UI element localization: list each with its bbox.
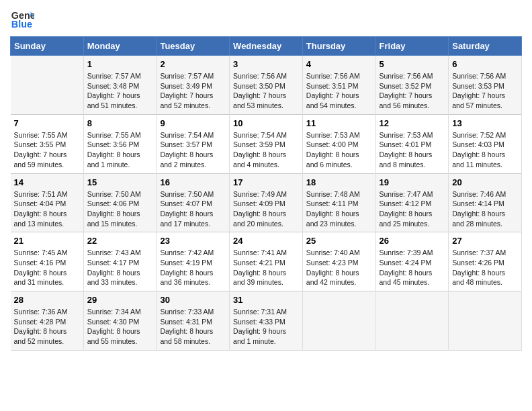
calendar-cell: 15 Sunrise: 7:50 AMSunset: 4:06 PMDaylig… xyxy=(83,173,157,232)
day-number: 26 xyxy=(380,236,445,246)
day-number: 20 xyxy=(452,177,518,187)
calendar-cell: 9 Sunrise: 7:54 AMSunset: 3:57 PMDayligh… xyxy=(157,114,230,173)
week-row-5: 28 Sunrise: 7:36 AMSunset: 4:28 PMDaylig… xyxy=(11,291,522,351)
col-header-saturday: Saturday xyxy=(449,37,522,56)
cell-info: Sunrise: 7:36 AMSunset: 4:28 PMDaylight:… xyxy=(14,307,80,347)
calendar-cell: 22 Sunrise: 7:43 AMSunset: 4:17 PMDaylig… xyxy=(83,232,157,291)
calendar-cell: 30 Sunrise: 7:33 AMSunset: 4:31 PMDaylig… xyxy=(157,291,230,351)
cell-info: Sunrise: 7:46 AMSunset: 4:14 PMDaylight:… xyxy=(452,189,518,229)
day-number: 31 xyxy=(233,295,299,305)
day-number: 13 xyxy=(452,118,518,128)
col-header-tuesday: Tuesday xyxy=(157,37,230,56)
calendar-cell: 16 Sunrise: 7:50 AMSunset: 4:07 PMDaylig… xyxy=(157,173,230,232)
calendar-cell xyxy=(375,291,449,351)
week-row-1: 1 Sunrise: 7:57 AMSunset: 3:48 PMDayligh… xyxy=(11,56,522,115)
cell-info: Sunrise: 7:56 AMSunset: 3:53 PMDaylight:… xyxy=(452,71,518,111)
calendar-cell: 7 Sunrise: 7:55 AMSunset: 3:55 PMDayligh… xyxy=(11,114,84,173)
day-number: 6 xyxy=(452,59,518,69)
page-header: General Blue xyxy=(10,7,522,31)
day-number: 2 xyxy=(160,59,226,69)
day-number: 14 xyxy=(14,177,80,187)
calendar-cell xyxy=(302,291,375,351)
calendar-cell: 5 Sunrise: 7:56 AMSunset: 3:52 PMDayligh… xyxy=(375,56,449,115)
calendar-cell: 13 Sunrise: 7:52 AMSunset: 4:03 PMDaylig… xyxy=(449,114,522,173)
calendar-cell: 21 Sunrise: 7:45 AMSunset: 4:16 PMDaylig… xyxy=(11,232,84,291)
day-number: 10 xyxy=(233,118,299,128)
day-number: 22 xyxy=(87,236,153,246)
calendar-cell: 18 Sunrise: 7:48 AMSunset: 4:11 PMDaylig… xyxy=(302,173,375,232)
cell-info: Sunrise: 7:41 AMSunset: 4:21 PMDaylight:… xyxy=(233,248,299,287)
day-number: 17 xyxy=(233,177,299,187)
cell-info: Sunrise: 7:40 AMSunset: 4:23 PMDaylight:… xyxy=(306,248,372,287)
day-number: 19 xyxy=(380,177,445,187)
calendar-cell: 3 Sunrise: 7:56 AMSunset: 3:50 PMDayligh… xyxy=(230,56,303,115)
day-number: 9 xyxy=(160,118,226,128)
cell-info: Sunrise: 7:45 AMSunset: 4:16 PMDaylight:… xyxy=(14,248,80,287)
col-header-thursday: Thursday xyxy=(302,37,375,56)
cell-info: Sunrise: 7:48 AMSunset: 4:11 PMDaylight:… xyxy=(306,189,372,229)
cell-info: Sunrise: 7:55 AMSunset: 3:55 PMDaylight:… xyxy=(14,130,80,170)
calendar-table: SundayMondayTuesdayWednesdayThursdayFrid… xyxy=(10,36,522,351)
svg-text:Blue: Blue xyxy=(11,19,32,30)
calendar-cell: 12 Sunrise: 7:53 AMSunset: 4:01 PMDaylig… xyxy=(375,114,449,173)
cell-info: Sunrise: 7:33 AMSunset: 4:31 PMDaylight:… xyxy=(160,307,226,347)
cell-info: Sunrise: 7:42 AMSunset: 4:19 PMDaylight:… xyxy=(160,248,226,287)
calendar-cell: 25 Sunrise: 7:40 AMSunset: 4:23 PMDaylig… xyxy=(302,232,375,291)
calendar-cell: 31 Sunrise: 7:31 AMSunset: 4:33 PMDaylig… xyxy=(230,291,303,351)
week-row-3: 14 Sunrise: 7:51 AMSunset: 4:04 PMDaylig… xyxy=(11,173,522,232)
col-header-wednesday: Wednesday xyxy=(230,37,303,56)
calendar-cell xyxy=(11,56,84,115)
cell-info: Sunrise: 7:49 AMSunset: 4:09 PMDaylight:… xyxy=(233,189,299,229)
cell-info: Sunrise: 7:57 AMSunset: 3:48 PMDaylight:… xyxy=(87,71,153,111)
day-number: 15 xyxy=(87,177,153,187)
day-number: 5 xyxy=(380,59,445,69)
day-number: 28 xyxy=(14,295,80,305)
calendar-cell: 28 Sunrise: 7:36 AMSunset: 4:28 PMDaylig… xyxy=(11,291,84,351)
day-number: 8 xyxy=(87,118,153,128)
day-number: 7 xyxy=(14,118,80,128)
day-number: 27 xyxy=(452,236,518,246)
day-number: 4 xyxy=(306,59,372,69)
cell-info: Sunrise: 7:56 AMSunset: 3:52 PMDaylight:… xyxy=(380,71,445,111)
logo: General Blue xyxy=(10,7,37,31)
cell-info: Sunrise: 7:56 AMSunset: 3:51 PMDaylight:… xyxy=(306,71,372,111)
cell-info: Sunrise: 7:55 AMSunset: 3:56 PMDaylight:… xyxy=(87,130,153,170)
day-number: 21 xyxy=(14,236,80,246)
cell-info: Sunrise: 7:53 AMSunset: 4:01 PMDaylight:… xyxy=(380,130,445,170)
day-number: 23 xyxy=(160,236,226,246)
calendar-cell: 6 Sunrise: 7:56 AMSunset: 3:53 PMDayligh… xyxy=(449,56,522,115)
cell-info: Sunrise: 7:34 AMSunset: 4:30 PMDaylight:… xyxy=(87,307,153,347)
day-number: 11 xyxy=(306,118,372,128)
calendar-cell: 11 Sunrise: 7:53 AMSunset: 4:00 PMDaylig… xyxy=(302,114,375,173)
cell-info: Sunrise: 7:31 AMSunset: 4:33 PMDaylight:… xyxy=(233,307,299,347)
cell-info: Sunrise: 7:57 AMSunset: 3:49 PMDaylight:… xyxy=(160,71,226,111)
day-number: 24 xyxy=(233,236,299,246)
cell-info: Sunrise: 7:52 AMSunset: 4:03 PMDaylight:… xyxy=(452,130,518,170)
calendar-cell: 26 Sunrise: 7:39 AMSunset: 4:24 PMDaylig… xyxy=(375,232,449,291)
col-header-friday: Friday xyxy=(375,37,449,56)
day-number: 25 xyxy=(306,236,372,246)
calendar-cell: 23 Sunrise: 7:42 AMSunset: 4:19 PMDaylig… xyxy=(157,232,230,291)
calendar-cell: 19 Sunrise: 7:47 AMSunset: 4:12 PMDaylig… xyxy=(375,173,449,232)
calendar-cell: 8 Sunrise: 7:55 AMSunset: 3:56 PMDayligh… xyxy=(83,114,157,173)
logo-icon: General Blue xyxy=(10,7,34,31)
calendar-cell: 20 Sunrise: 7:46 AMSunset: 4:14 PMDaylig… xyxy=(449,173,522,232)
col-header-monday: Monday xyxy=(83,37,157,56)
day-number: 18 xyxy=(306,177,372,187)
cell-info: Sunrise: 7:51 AMSunset: 4:04 PMDaylight:… xyxy=(14,189,80,229)
cell-info: Sunrise: 7:53 AMSunset: 4:00 PMDaylight:… xyxy=(306,130,372,170)
calendar-cell: 10 Sunrise: 7:54 AMSunset: 3:59 PMDaylig… xyxy=(230,114,303,173)
cell-info: Sunrise: 7:47 AMSunset: 4:12 PMDaylight:… xyxy=(380,189,445,229)
day-number: 1 xyxy=(87,59,153,69)
cell-info: Sunrise: 7:54 AMSunset: 3:59 PMDaylight:… xyxy=(233,130,299,170)
calendar-cell: 17 Sunrise: 7:49 AMSunset: 4:09 PMDaylig… xyxy=(230,173,303,232)
day-number: 16 xyxy=(160,177,226,187)
cell-info: Sunrise: 7:50 AMSunset: 4:06 PMDaylight:… xyxy=(87,189,153,229)
week-row-2: 7 Sunrise: 7:55 AMSunset: 3:55 PMDayligh… xyxy=(11,114,522,173)
cell-info: Sunrise: 7:56 AMSunset: 3:50 PMDaylight:… xyxy=(233,71,299,111)
col-header-sunday: Sunday xyxy=(11,37,84,56)
week-row-4: 21 Sunrise: 7:45 AMSunset: 4:16 PMDaylig… xyxy=(11,232,522,291)
cell-info: Sunrise: 7:54 AMSunset: 3:57 PMDaylight:… xyxy=(160,130,226,170)
cell-info: Sunrise: 7:43 AMSunset: 4:17 PMDaylight:… xyxy=(87,248,153,287)
day-number: 12 xyxy=(380,118,445,128)
